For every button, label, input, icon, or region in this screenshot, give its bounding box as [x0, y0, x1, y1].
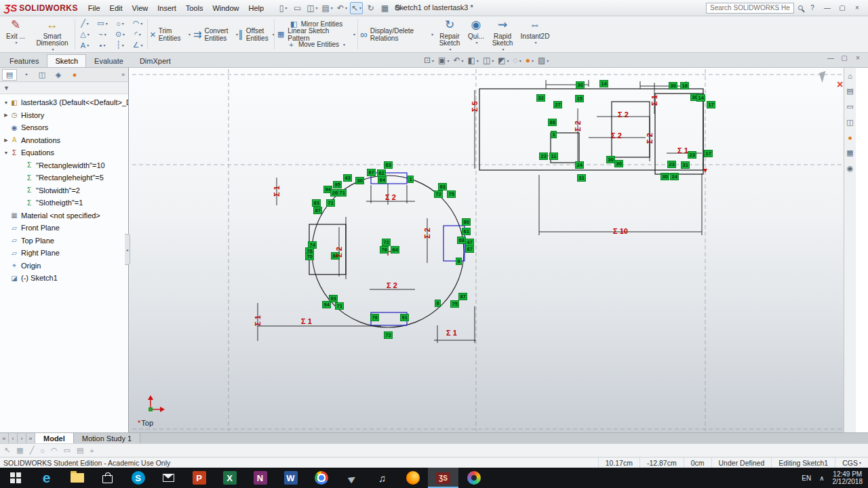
dimension-label[interactable]: Σ 1: [677, 146, 688, 155]
select-icon[interactable]: ↖▾: [350, 2, 363, 14]
dimension-label[interactable]: Σ 1: [254, 315, 262, 326]
relation-badge[interactable]: 14: [599, 80, 608, 87]
relation-badge[interactable]: 23: [688, 151, 696, 159]
relation-badge[interactable]: 95: [333, 181, 342, 188]
dimension-label[interactable]: Σ 1: [650, 95, 658, 106]
polygon-tool-icon[interactable]: △▾: [76, 29, 94, 40]
tree-filter[interactable]: ▼: [0, 82, 128, 94]
sheet-nav-1[interactable]: ‹: [9, 433, 18, 443]
relation-badge[interactable]: 94: [322, 301, 331, 308]
relation-badge[interactable]: 14: [696, 94, 705, 102]
instant2d-button[interactable]: ⇔Instant2D▾: [517, 16, 553, 52]
taskbar-edge-icon[interactable]: e: [31, 468, 62, 488]
close-button[interactable]: ×: [852, 3, 863, 13]
sheet-nav-3[interactable]: »: [26, 433, 35, 443]
menu-view[interactable]: View: [127, 2, 153, 14]
dimension-label[interactable]: Σ 1: [273, 186, 281, 197]
dimension-label[interactable]: Σ 2: [611, 131, 622, 140]
solidworks-forum-icon[interactable]: ◉: [847, 164, 854, 173]
solidworks-resources-icon[interactable]: ⌂: [848, 72, 852, 80]
relation-badge[interactable]: 23: [667, 161, 676, 168]
relation-badge[interactable]: 24: [670, 173, 679, 180]
relation-badge[interactable]: 87: [458, 293, 467, 300]
tree-item-part[interactable]: ▼◧lastertask3 (Default<<Default>_Di: [0, 96, 128, 109]
tree-expand-icon[interactable]: ▶: [3, 138, 9, 143]
trim-entities-button[interactable]: ×Trim Entities▾: [149, 16, 192, 52]
circle-tool-icon[interactable]: ○▾: [111, 18, 129, 29]
dimxpertmanager-tab[interactable]: ◈: [51, 69, 66, 81]
relation-badge[interactable]: 15: [575, 95, 584, 102]
panel-collapse-handle[interactable]: ◂: [125, 234, 130, 265]
search-icon[interactable]: [798, 5, 803, 10]
status-item-3[interactable]: Under Defined: [711, 458, 772, 468]
taskbar-chrome-icon[interactable]: [306, 468, 336, 488]
relation-badge[interactable]: 75: [447, 190, 456, 198]
relation-badge[interactable]: 72: [434, 190, 443, 198]
relation-badge[interactable]: 76: [370, 314, 379, 321]
zoom-to-fit-icon[interactable]: ⊡▾: [422, 56, 436, 65]
restore-button[interactable]: ▢: [837, 3, 848, 13]
tray-expand-icon[interactable]: ∧: [819, 474, 824, 482]
smart-dimension-button[interactable]: ↔Smart Dimension▾: [31, 16, 74, 52]
tree-item-top-plane[interactable]: ▱Top Plane: [0, 235, 128, 247]
open-document-icon[interactable]: ▭: [291, 2, 304, 14]
menu-help[interactable]: Help: [244, 2, 269, 14]
relation-badge[interactable]: 30: [669, 82, 677, 89]
menu-insert[interactable]: Insert: [153, 2, 181, 14]
relation-badge[interactable]: 72: [382, 239, 391, 246]
tree-item-equations[interactable]: ▼ΣEquations: [0, 146, 128, 159]
relation-badge[interactable]: 61: [462, 228, 471, 235]
linear-sketch-pattern-button[interactable]: ▦Linear Sketch Pattern▾: [277, 30, 355, 39]
dimension-label[interactable]: Σ 2: [385, 193, 396, 201]
menu-file[interactable]: File: [83, 2, 105, 14]
dimension-label[interactable]: Σ 5: [471, 101, 479, 112]
dimension-label[interactable]: Σ 2: [335, 247, 343, 258]
tree-item-equation[interactable]: Σ"Rectanglewidth"=10: [0, 159, 128, 172]
relation-badge[interactable]: 1: [408, 176, 414, 183]
tree-item-history[interactable]: ▶◷History: [0, 109, 128, 122]
display-style-icon[interactable]: ◩▾: [496, 56, 511, 65]
start-button[interactable]: [0, 468, 31, 488]
relation-badge[interactable]: 64: [391, 246, 399, 253]
dimension-label[interactable]: Σ 2: [574, 121, 582, 131]
relation-badge[interactable]: 27: [553, 101, 562, 108]
relation-badge[interactable]: 17: [704, 150, 713, 157]
status-item-4[interactable]: Editing Sketch1: [771, 458, 835, 468]
featuremanager-tab[interactable]: ▤: [2, 69, 17, 81]
relation-badge[interactable]: 31: [577, 174, 586, 182]
relation-badge[interactable]: 67: [465, 245, 474, 253]
relation-badge[interactable]: 6: [435, 300, 441, 307]
line-tool-icon[interactable]: ╱▾: [76, 18, 94, 29]
dimension-label[interactable]: Σ 2: [387, 281, 397, 289]
search-input[interactable]: [709, 3, 791, 12]
relation-badge[interactable]: 83: [438, 183, 447, 190]
quick-snaps-button[interactable]: ◉Qui...▾: [465, 16, 488, 52]
language-indicator[interactable]: EN: [802, 474, 811, 482]
print-document-icon[interactable]: ▤▾: [321, 2, 334, 14]
tree-item-equation[interactable]: Σ"Rectangleheight"=5: [0, 171, 128, 184]
file-explorer-pane-icon[interactable]: ▭: [846, 102, 853, 111]
taskbar-onenote-icon[interactable]: N: [245, 468, 275, 488]
displaymanager-tab[interactable]: ●: [67, 69, 82, 81]
custom-properties-icon[interactable]: ▦: [846, 148, 853, 157]
taskbar-clock[interactable]: 12:49 PM 2/12/2018: [833, 470, 863, 485]
sheet-nav-0[interactable]: «: [0, 433, 9, 443]
taskbar-paper-plane-mail-icon[interactable]: ▶: [336, 468, 367, 488]
centerpoint-arc-tool-icon[interactable]: ◠▾: [129, 18, 146, 29]
save-document-icon[interactable]: ◫▾: [305, 2, 319, 14]
sb-dimension-icon[interactable]: +: [90, 447, 94, 455]
appearances-scenes-icon[interactable]: ●: [848, 134, 852, 142]
relation-badge[interactable]: 24: [575, 161, 584, 169]
hide-show-items-icon[interactable]: ◌▾: [511, 56, 524, 65]
propertymanager-tab[interactable]: ◔: [18, 69, 33, 81]
relation-badge[interactable]: 71: [335, 302, 344, 310]
help-button[interactable]: ?: [807, 3, 818, 13]
convert-entities-button[interactable]: ⇉Convert Entities▾: [192, 16, 239, 52]
tree-expand-icon[interactable]: ▼: [3, 150, 9, 155]
relation-badge[interactable]: 30: [660, 173, 669, 180]
relation-badge[interactable]: 71: [326, 199, 335, 207]
taskbar-solidworks-icon[interactable]: ƷS: [428, 468, 458, 488]
taskbar-mail-icon[interactable]: [153, 468, 184, 488]
menu-window[interactable]: Window: [208, 2, 243, 14]
sb-circle-icon[interactable]: ○: [40, 447, 45, 455]
